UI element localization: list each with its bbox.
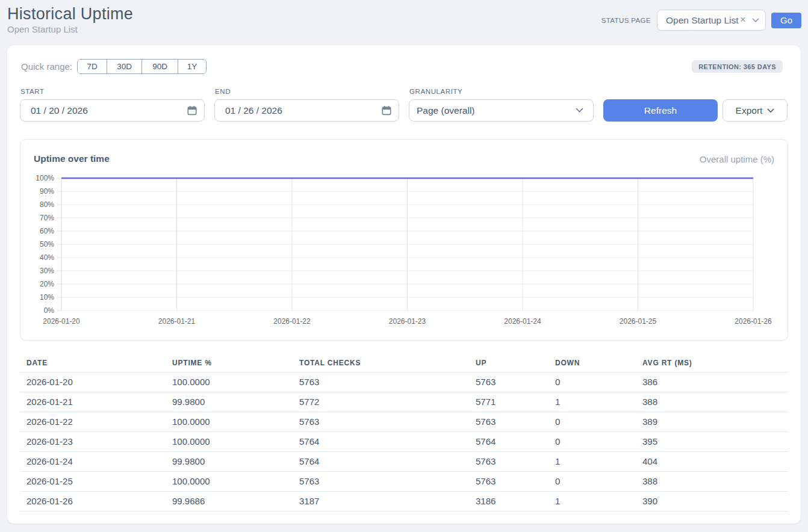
svg-text:90%: 90% (40, 187, 54, 196)
svg-text:2026-01-25: 2026-01-25 (620, 317, 657, 326)
svg-text:2026-01-21: 2026-01-21 (158, 317, 196, 326)
svg-text:30%: 30% (40, 267, 54, 275)
svg-text:2026-01-22: 2026-01-22 (273, 317, 311, 326)
svg-text:2026-01-26: 2026-01-26 (735, 317, 772, 326)
svg-text:2026-01-24: 2026-01-24 (504, 317, 541, 326)
svg-text:60%: 60% (40, 227, 54, 235)
svg-text:100%: 100% (36, 174, 54, 182)
svg-text:70%: 70% (40, 214, 54, 222)
svg-text:2026-01-23: 2026-01-23 (389, 317, 426, 326)
svg-text:80%: 80% (40, 200, 54, 209)
svg-text:40%: 40% (40, 253, 54, 262)
svg-text:2026-01-20: 2026-01-20 (43, 317, 80, 326)
svg-text:0%: 0% (44, 306, 55, 315)
svg-text:10%: 10% (40, 293, 54, 302)
svg-text:50%: 50% (40, 240, 54, 249)
svg-text:20%: 20% (40, 280, 54, 288)
